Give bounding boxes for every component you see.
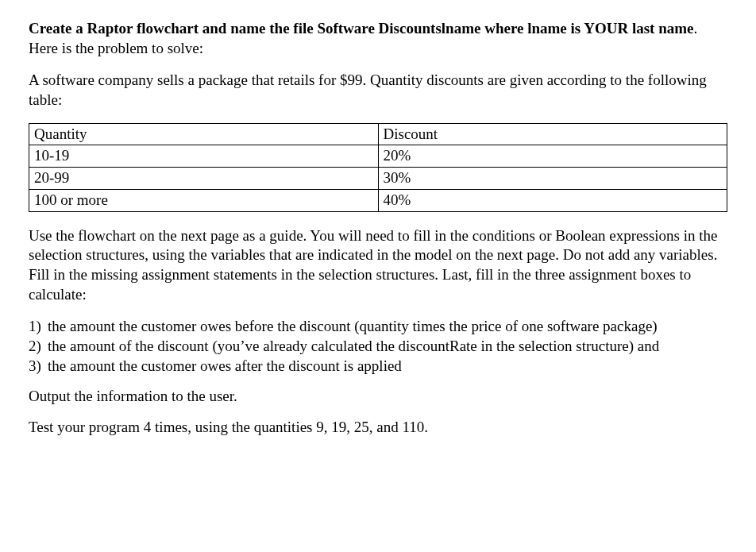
header-bold: Create a Raptor flowchart and name the f…	[29, 20, 694, 37]
list-number: 1)	[29, 317, 48, 337]
table-cell-discount: 40%	[378, 189, 727, 211]
list-number: 3)	[29, 357, 48, 376]
table-cell-discount: 30%	[378, 168, 727, 190]
table-cell-quantity: 20-99	[29, 168, 379, 190]
numbered-list: 1) the amount the customer owes before t…	[29, 317, 727, 376]
table-header-quantity: Quantity	[29, 123, 379, 145]
instructions-paragraph: Use the flowchart on the next page as a …	[29, 226, 727, 305]
table-cell-discount: 20%	[378, 145, 727, 168]
table-row: 20-99 30%	[29, 168, 727, 190]
intro-paragraph: A software company sells a package that …	[29, 71, 727, 110]
list-text: the amount of the discount (you’ve alrea…	[48, 337, 659, 357]
list-item: 1) the amount the customer owes before t…	[29, 317, 727, 337]
list-text: the amount the customer owes after the d…	[48, 357, 402, 376]
assignment-header: Create a Raptor flowchart and name the f…	[29, 19, 727, 58]
table-cell-quantity: 10-19	[29, 145, 379, 168]
list-item: 2) the amount of the discount (you’ve al…	[29, 337, 727, 357]
list-item: 3) the amount the customer owes after th…	[29, 357, 727, 376]
test-instruction: Test your program 4 times, using the qua…	[29, 418, 727, 438]
table-row: 10-19 20%	[29, 145, 727, 168]
list-text: the amount the customer owes before the …	[48, 317, 658, 337]
table-header-row: Quantity Discount	[29, 123, 727, 145]
output-instruction: Output the information to the user.	[29, 387, 727, 407]
table-row: 100 or more 40%	[29, 189, 727, 211]
discount-table: Quantity Discount 10-19 20% 20-99 30% 10…	[29, 123, 727, 212]
list-number: 2)	[29, 337, 48, 357]
table-header-discount: Discount	[378, 123, 727, 145]
table-cell-quantity: 100 or more	[29, 189, 379, 211]
